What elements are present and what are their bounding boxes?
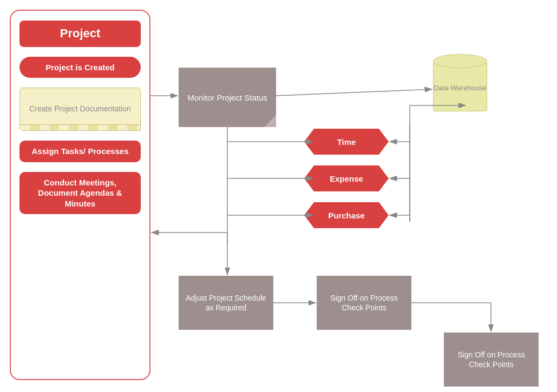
expense-hex-container: Expense — [314, 165, 379, 191]
panel-title: Project — [19, 21, 141, 47]
right-vert-line — [409, 124, 410, 222]
signoff2-box: Sign Off on Process Check Points — [444, 333, 539, 387]
monitor-project-box: Monitor Project Status — [179, 68, 276, 127]
cylinder-top — [433, 54, 487, 68]
arrow-monitor-to-dw — [276, 89, 432, 96]
purchase-hex-container: Purchase — [314, 202, 379, 228]
adjust-schedule-box: Adjust Project Schedule as Required — [179, 276, 273, 330]
expense-hexagon: Expense — [314, 165, 379, 191]
time-hexagon: Time — [314, 129, 379, 155]
conduct-meetings-item: Conduct Meetings, Document Agendas & Min… — [19, 172, 141, 215]
purchase-hexagon: Purchase — [314, 202, 379, 228]
left-panel: Project Project is Created Create Projec… — [10, 10, 150, 380]
data-warehouse-label: Data Warehouse — [434, 84, 486, 92]
canvas: Project Project is Created Create Projec… — [0, 0, 557, 392]
project-created-item: Project is Created — [19, 57, 141, 78]
data-warehouse: Data Warehouse — [433, 54, 487, 117]
signoff1-box: Sign Off on Process Check Points — [317, 276, 411, 330]
create-documentation-item: Create Project Documentation — [19, 88, 141, 131]
assign-tasks-item: Assign Tasks/ Processes — [19, 141, 141, 162]
time-hex-container: Time — [314, 129, 379, 155]
